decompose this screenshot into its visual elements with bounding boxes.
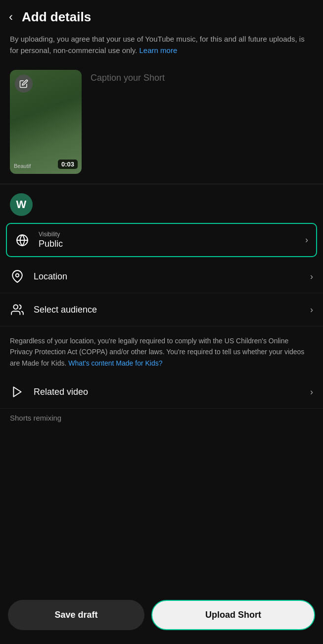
location-row[interactable]: Location ›: [0, 260, 323, 293]
related-video-chevron: ›: [310, 387, 313, 397]
learn-more-link[interactable]: Learn more: [139, 46, 178, 54]
location-chevron: ›: [310, 271, 313, 282]
related-video-label: Related video: [34, 387, 301, 397]
related-video-text: Related video: [34, 387, 301, 397]
made-for-kids-link[interactable]: What's content Made for Kids?: [68, 359, 162, 367]
visibility-text: Visibility Public: [39, 231, 296, 249]
video-duration: 0:03: [58, 160, 78, 169]
save-draft-button[interactable]: Save draft: [8, 600, 144, 630]
globe-icon: [15, 233, 30, 248]
coppa-text: Regardless of your location, you're lega…: [0, 326, 323, 376]
back-button[interactable]: ‹: [7, 9, 15, 25]
visibility-row[interactable]: Visibility Public ›: [6, 223, 317, 257]
header: ‹ Add details: [0, 0, 323, 31]
legal-text: By uploading, you agree that your use of…: [0, 31, 323, 65]
avatar: W: [10, 193, 33, 216]
bottom-bar: Save draft Upload Short: [0, 593, 323, 644]
location-label: Location: [34, 271, 301, 282]
audience-label: Select audience: [34, 305, 301, 315]
page-title: Add details: [22, 9, 91, 25]
caption-input-area[interactable]: Caption your Short: [91, 70, 313, 83]
svg-point-2: [13, 305, 18, 309]
play-icon: [10, 384, 25, 399]
duration-text: 0:03: [61, 161, 74, 168]
audience-row[interactable]: Select audience ›: [0, 293, 323, 326]
svg-point-1: [16, 274, 19, 277]
location-pin-icon: [10, 269, 25, 284]
shorts-remixing-label: Shorts remixing: [10, 414, 61, 422]
audience-text: Select audience: [34, 305, 301, 315]
upload-short-button[interactable]: Upload Short: [151, 600, 315, 630]
video-label: Beautif: [14, 163, 31, 169]
page: ‹ Add details By uploading, you agree th…: [0, 0, 323, 644]
shorts-remixing-row: Shorts remixing: [0, 409, 323, 423]
audience-icon: [10, 302, 25, 317]
visibility-small-label: Visibility: [39, 231, 296, 238]
svg-marker-3: [13, 387, 21, 397]
visibility-chevron: ›: [305, 235, 308, 245]
caption-placeholder: Caption your Short: [91, 73, 165, 83]
related-video-row[interactable]: Related video ›: [0, 376, 323, 409]
video-caption-row: 0:03 Beautif Caption your Short: [0, 65, 323, 184]
location-text: Location: [34, 271, 301, 282]
edit-icon-circle[interactable]: [15, 75, 33, 93]
audience-chevron: ›: [310, 305, 313, 315]
video-thumbnail[interactable]: 0:03 Beautif: [10, 70, 82, 174]
pencil-icon: [19, 79, 28, 88]
visibility-main-label: Public: [39, 239, 296, 249]
avatar-row: W: [0, 184, 323, 220]
